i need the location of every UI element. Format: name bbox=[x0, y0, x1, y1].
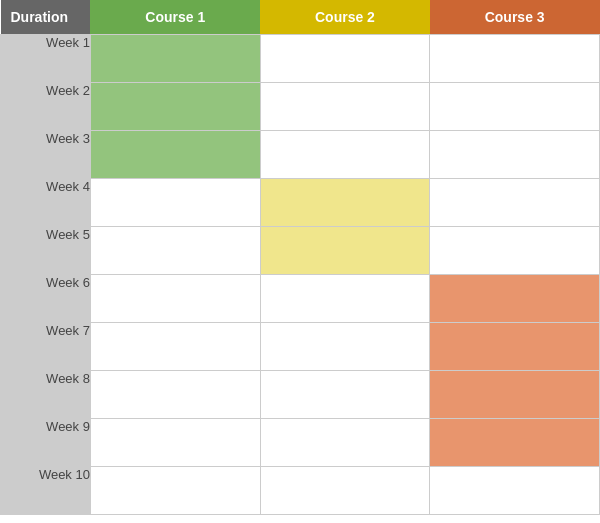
cell-course1-week7 bbox=[90, 323, 260, 371]
table-row: Week 8 bbox=[1, 371, 600, 419]
cell-course3-week2 bbox=[430, 83, 600, 131]
week-label: Week 1 bbox=[1, 35, 91, 83]
header-course1: Course 1 bbox=[90, 0, 260, 35]
cell-course3-week7 bbox=[430, 323, 600, 371]
cell-course3-week8 bbox=[430, 371, 600, 419]
header-row: Duration Course 1 Course 2 Course 3 bbox=[1, 0, 600, 35]
cell-course2-week10 bbox=[260, 467, 430, 515]
week-label: Week 8 bbox=[1, 371, 91, 419]
cell-course1-week2 bbox=[90, 83, 260, 131]
cell-course2-week2 bbox=[260, 83, 430, 131]
table-row: Week 3 bbox=[1, 131, 600, 179]
cell-course1-week5 bbox=[90, 227, 260, 275]
cell-course2-week7 bbox=[260, 323, 430, 371]
cell-course2-week1 bbox=[260, 35, 430, 83]
header-course3: Course 3 bbox=[430, 0, 600, 35]
cell-course1-week4 bbox=[90, 179, 260, 227]
cell-course1-week6 bbox=[90, 275, 260, 323]
table-row: Week 10 bbox=[1, 467, 600, 515]
week-label: Week 3 bbox=[1, 131, 91, 179]
week-label: Week 7 bbox=[1, 323, 91, 371]
cell-course1-week8 bbox=[90, 371, 260, 419]
table-row: Week 4 bbox=[1, 179, 600, 227]
week-label: Week 4 bbox=[1, 179, 91, 227]
cell-course3-week10 bbox=[430, 467, 600, 515]
cell-course2-week4 bbox=[260, 179, 430, 227]
week-label: Week 9 bbox=[1, 419, 91, 467]
week-label: Week 6 bbox=[1, 275, 91, 323]
cell-course1-week3 bbox=[90, 131, 260, 179]
cell-course3-week9 bbox=[430, 419, 600, 467]
table-row: Week 9 bbox=[1, 419, 600, 467]
table-row: Week 1 bbox=[1, 35, 600, 83]
cell-course2-week8 bbox=[260, 371, 430, 419]
cell-course2-week3 bbox=[260, 131, 430, 179]
cell-course3-week1 bbox=[430, 35, 600, 83]
cell-course1-week10 bbox=[90, 467, 260, 515]
cell-course3-week6 bbox=[430, 275, 600, 323]
table-row: Week 5 bbox=[1, 227, 600, 275]
week-label: Week 10 bbox=[1, 467, 91, 515]
cell-course3-week5 bbox=[430, 227, 600, 275]
cell-course3-week3 bbox=[430, 131, 600, 179]
week-label: Week 5 bbox=[1, 227, 91, 275]
cell-course2-week5 bbox=[260, 227, 430, 275]
table-row: Week 6 bbox=[1, 275, 600, 323]
cell-course3-week4 bbox=[430, 179, 600, 227]
cell-course2-week6 bbox=[260, 275, 430, 323]
header-duration: Duration bbox=[1, 0, 91, 35]
table-row: Week 2 bbox=[1, 83, 600, 131]
week-label: Week 2 bbox=[1, 83, 91, 131]
cell-course1-week9 bbox=[90, 419, 260, 467]
cell-course2-week9 bbox=[260, 419, 430, 467]
header-course2: Course 2 bbox=[260, 0, 430, 35]
schedule-table: Duration Course 1 Course 2 Course 3 Week… bbox=[0, 0, 600, 515]
cell-course1-week1 bbox=[90, 35, 260, 83]
table-row: Week 7 bbox=[1, 323, 600, 371]
